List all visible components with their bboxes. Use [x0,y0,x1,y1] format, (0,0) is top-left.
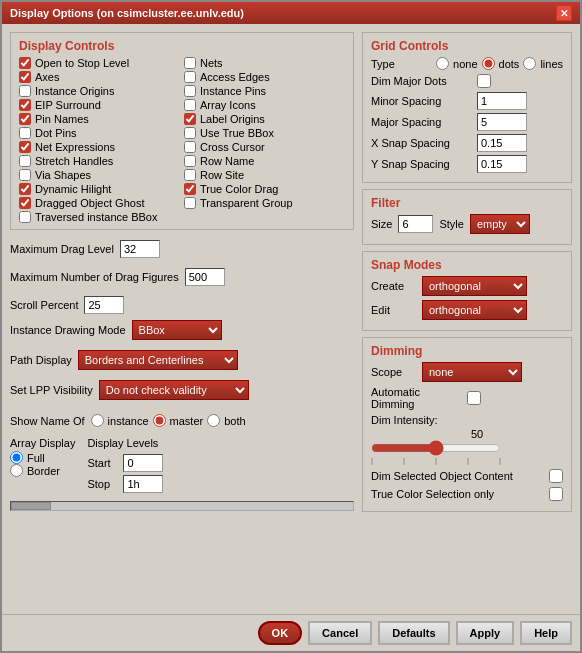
y-snap-label: Y Snap Spacing [371,158,471,170]
scroll-percent-label: Scroll Percent [10,299,78,311]
dim-major-dots-checkbox[interactable] [477,74,491,88]
defaults-button[interactable]: Defaults [378,621,449,645]
x-snap-label: X Snap Spacing [371,137,471,149]
list-item: Dynamic Hilight [19,183,180,195]
list-item: Row Name [184,155,345,167]
use-true-bbox-checkbox[interactable] [184,127,196,139]
array-display-border-radio[interactable] [10,464,23,477]
array-display-group: Array Display Full Border [10,437,75,493]
filter-row: Size Style empty filled [371,214,563,234]
traversed-instance-bbox-checkbox[interactable] [19,211,31,223]
access-edges-checkbox[interactable] [184,71,196,83]
display-levels-label: Display Levels [87,437,163,449]
dim-content-row: Dim Selected Object Content [371,469,563,483]
label-origins-checkbox[interactable] [184,113,196,125]
list-item: True Color Drag [184,183,345,195]
path-display-row: Path Display Borders and Centerlines Bor… [10,350,354,370]
dynamic-hilight-checkbox[interactable] [19,183,31,195]
titlebar: Display Options (on csimcluster.ee.unlv.… [2,2,580,24]
instance-pins-checkbox[interactable] [184,85,196,97]
instance-drawing-select[interactable]: BBox Clip Full [132,320,222,340]
minor-spacing-input[interactable] [477,92,527,110]
instance-origins-checkbox[interactable] [19,85,31,97]
true-color-checkbox[interactable] [549,487,563,501]
grid-controls-box: Grid Controls Type none dots lines Dim M… [362,32,572,183]
dim-content-checkbox[interactable] [549,469,563,483]
max-drag-label: Maximum Drag Level [10,243,114,255]
list-item: Transparent Group [184,197,345,209]
list-item: Access Edges [184,71,345,83]
true-color-drag-checkbox[interactable] [184,183,196,195]
scope-select[interactable]: none window [422,362,522,382]
cross-cursor-checkbox[interactable] [184,141,196,153]
auto-dimming-row: Automatic Dimming [371,386,563,410]
y-snap-input[interactable] [477,155,527,173]
via-shapes-checkbox[interactable] [19,169,31,181]
net-expressions-checkbox[interactable] [19,141,31,153]
edit-snap-label: Edit [371,304,416,316]
show-name-master-radio[interactable] [153,414,166,427]
eip-surround-checkbox[interactable] [19,99,31,111]
bottom-bar: OK Cancel Defaults Apply Help [2,614,580,651]
apply-button[interactable]: Apply [456,621,515,645]
create-snap-select[interactable]: orthogonal diagonal [422,276,527,296]
true-color-label: True Color Selection only [371,488,543,500]
type-radio-group: none dots lines [436,57,563,70]
path-display-label: Path Display [10,354,72,366]
ok-button[interactable]: OK [258,621,303,645]
x-snap-input[interactable] [477,134,527,152]
help-button[interactable]: Help [520,621,572,645]
transparent-group-checkbox[interactable] [184,197,196,209]
array-display-section: Array Display Full Border Display Levels… [10,437,354,493]
dim-major-dots-label: Dim Major Dots [371,75,471,87]
lpp-visibility-label: Set LPP Visibility [10,384,93,396]
max-drag-input[interactable] [120,240,160,258]
lpp-visibility-select[interactable]: Do not check validity Check validity [99,380,249,400]
type-lines-radio[interactable] [523,57,536,70]
open-stop-level-checkbox[interactable] [19,57,31,69]
list-item: Via Shapes [19,169,180,181]
edit-snap-select[interactable]: orthogonal diagonal [422,300,527,320]
row-site-checkbox[interactable] [184,169,196,181]
cancel-button[interactable]: Cancel [308,621,372,645]
show-name-instance-radio[interactable] [91,414,104,427]
stretch-handles-checkbox[interactable] [19,155,31,167]
horizontal-scrollbar[interactable] [10,501,354,511]
array-icons-checkbox[interactable] [184,99,196,111]
auto-dimming-checkbox[interactable] [467,391,481,405]
scope-row: Scope none window [371,362,563,382]
dot-pins-checkbox[interactable] [19,127,31,139]
auto-dimming-label: Automatic Dimming [371,386,461,410]
create-snap-row: Create orthogonal diagonal [371,276,563,296]
stop-label: Stop [87,478,117,490]
start-level-input[interactable] [123,454,163,472]
type-dots-radio[interactable] [482,57,495,70]
dragged-object-ghost-checkbox[interactable] [19,197,31,209]
close-button[interactable]: ✕ [556,5,572,21]
major-spacing-input[interactable] [477,113,527,131]
filter-size-input[interactable] [398,215,433,233]
list-item: Array Icons [184,99,345,111]
filter-style-select[interactable]: empty filled [470,214,530,234]
max-drag-figures-input[interactable] [185,268,225,286]
scroll-thumb[interactable] [11,502,51,510]
type-none-radio[interactable] [436,57,449,70]
dim-major-dots-row: Dim Major Dots [371,74,563,88]
dim-intensity-slider[interactable] [371,440,501,456]
stop-level-input[interactable] [123,475,163,493]
list-item: EIP Surround [19,99,180,111]
show-name-both-radio[interactable] [207,414,220,427]
show-name-of-label: Show Name Of [10,415,85,427]
path-display-select[interactable]: Borders and Centerlines Borders Only [78,350,238,370]
array-display-full-radio[interactable] [10,451,23,464]
stop-level-row: Stop [87,475,163,493]
row-name-checkbox[interactable] [184,155,196,167]
pin-names-checkbox[interactable] [19,113,31,125]
dim-content-label: Dim Selected Object Content [371,470,543,482]
axes-checkbox[interactable] [19,71,31,83]
filter-style-label: Style [439,218,463,230]
nets-checkbox[interactable] [184,57,196,69]
list-item: Full [10,451,75,464]
scroll-percent-input[interactable] [84,296,124,314]
list-item: Dot Pins [19,127,180,139]
